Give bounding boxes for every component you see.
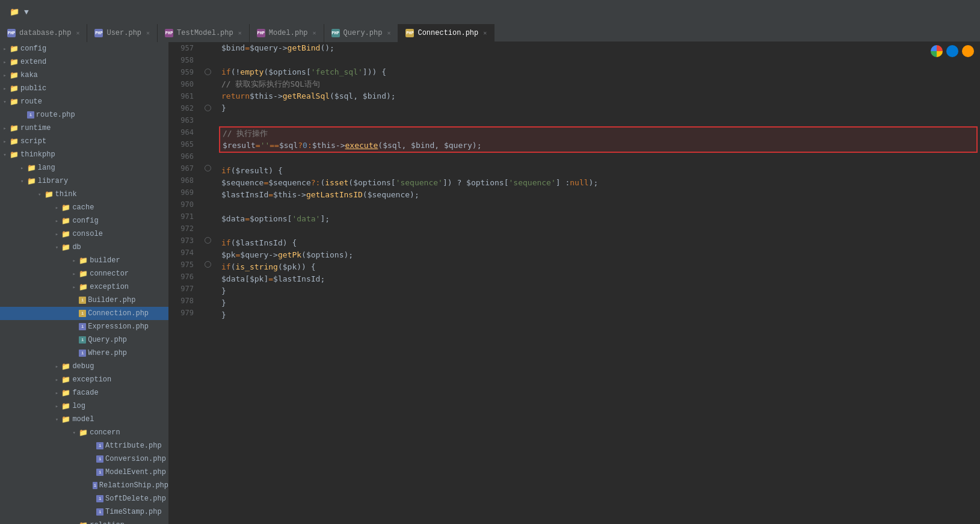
sidebar-file-softdelete-php[interactable]: iSoftDelete.php <box>0 492 168 505</box>
file-label: Connection.php <box>88 309 149 318</box>
file-spacer <box>69 310 79 316</box>
indent <box>0 375 52 384</box>
sidebar-file-connection-php[interactable]: iConnection.php <box>0 307 168 320</box>
sidebar-file-builder-php[interactable]: iBuilder.php <box>0 294 168 307</box>
code-line-961: return $this->getRealSql($sql, $bind); <box>221 90 975 102</box>
sidebar-folder-public[interactable]: ▸📁public <box>0 82 168 95</box>
sidebar-folder-kaka[interactable]: ▸📁kaka <box>0 69 168 82</box>
line-number-957: 957 <box>168 42 200 54</box>
line-number-974: 974 <box>168 247 200 259</box>
line-number-971: 971 <box>168 211 200 223</box>
sidebar-file-query-php[interactable]: iQuery.php <box>0 333 168 347</box>
folder-icon: 📁 <box>61 362 70 371</box>
project-menu[interactable]: 📁 ▼ <box>5 5 34 19</box>
sidebar-file-expression-php[interactable]: iExpression.php <box>0 320 168 333</box>
line-number-960: 960 <box>168 78 200 90</box>
sidebar-folder-relation[interactable]: ▸📁relation <box>0 519 168 524</box>
code-line-959: if (!empty($options['fetch_sql'])) { <box>221 66 975 78</box>
edge-icon[interactable] <box>946 45 958 57</box>
indent <box>0 164 17 172</box>
gutter-cell-958 <box>200 54 217 66</box>
sidebar-folder-db[interactable]: ▾📁db <box>0 241 168 254</box>
tab-query[interactable]: PHP Query.php ✕ <box>324 24 399 42</box>
tab-close-btn[interactable]: ✕ <box>238 29 242 37</box>
folder-icon: 📁 <box>27 177 36 186</box>
tab-close-btn[interactable]: ✕ <box>76 29 79 37</box>
sidebar-folder-model[interactable]: ▾📁model <box>0 413 168 426</box>
code-line-979: } <box>221 309 975 321</box>
file-spacer <box>87 496 96 502</box>
sidebar-folder-exception[interactable]: ▸📁exception <box>0 373 168 386</box>
sidebar-file-where-php[interactable]: iWhere.php <box>0 347 168 360</box>
sidebar-folder-exception[interactable]: ▸📁exception <box>0 280 168 294</box>
sidebar-file-relationship-php[interactable]: iRelationShip.php <box>0 479 168 492</box>
sidebar-folder-connector[interactable]: ▸📁connector <box>0 267 168 280</box>
file-spacer <box>69 297 79 303</box>
sidebar-folder-debug[interactable]: ▸📁debug <box>0 360 168 373</box>
code-line-957: $bind = $query->getBind(); <box>221 42 975 54</box>
sidebar-folder-runtime[interactable]: ▸📁runtime <box>0 122 168 135</box>
folder-arrow: ▾ <box>52 244 61 251</box>
tab-user[interactable]: PHP User.php ✕ <box>87 24 158 42</box>
tab-close-btn[interactable]: ✕ <box>387 29 390 37</box>
gutter-cell-972 <box>200 223 217 235</box>
file-label: Query.php <box>88 336 127 344</box>
sidebar-file-timestamp-php[interactable]: iTimeStamp.php <box>0 505 168 519</box>
tab-database[interactable]: PHP database.php ✕ <box>0 24 87 42</box>
gutter-cell-959 <box>200 66 217 78</box>
indent <box>0 508 87 516</box>
code-line-974: $pk = $query->getPk($options); <box>221 249 975 261</box>
sidebar-folder-route[interactable]: ▾📁route <box>0 95 168 108</box>
tab-label: TestModel.php <box>177 29 233 37</box>
tab-connection[interactable]: PHP Connection.php ✕ <box>398 24 495 42</box>
sidebar-folder-cache[interactable]: ▸📁cache <box>0 201 168 214</box>
sidebar-folder-facade[interactable]: ▸📁facade <box>0 386 168 399</box>
indent <box>0 190 35 199</box>
sidebar-folder-script[interactable]: ▸📁script <box>0 135 168 148</box>
sidebar-file-conversion-php[interactable]: iConversion.php <box>0 452 168 466</box>
code-line-969: $lastInsId = $this->getLastInsID($sequen… <box>221 189 975 201</box>
sidebar-folder-log[interactable]: ▸📁log <box>0 399 168 413</box>
line-numbers-panel: 9579589599609619629639649659669679689699… <box>168 42 200 524</box>
folder-icon: 📁 <box>10 71 19 80</box>
tab-model[interactable]: PHP Model.php ✕ <box>250 24 324 42</box>
sidebar-folder-think[interactable]: ▾📁think <box>0 188 168 201</box>
sidebar-folder-concern[interactable]: ▾📁concern <box>0 426 168 439</box>
sidebar-folder-builder[interactable]: ▸📁builder <box>0 254 168 267</box>
firefox-icon[interactable] <box>962 45 974 57</box>
sidebar-folder-library[interactable]: ▾📁library <box>0 174 168 188</box>
tab-close-btn[interactable]: ✕ <box>146 29 150 37</box>
chrome-icon[interactable] <box>931 45 943 57</box>
file-icon: i <box>79 297 86 304</box>
file-label: Expression.php <box>88 322 149 331</box>
sidebar-folder-thinkphp[interactable]: ▾📁thinkphp <box>0 148 168 161</box>
tab-file-icon: PHP <box>7 29 16 37</box>
sidebar-file-modelevent-php[interactable]: iModelEvent.php <box>0 466 168 479</box>
code-container: 9579589599609619629639649659669679689699… <box>168 42 980 524</box>
code-panel[interactable]: $bind = $query->getBind(); if (!empty($o… <box>217 42 980 524</box>
sidebar-file-route-php[interactable]: iroute.php <box>0 108 168 122</box>
sidebar-folder-config[interactable]: ▸📁config <box>0 214 168 227</box>
code-line-970 <box>221 201 975 213</box>
sidebar-folder-config[interactable]: ▸📁config <box>0 42 168 55</box>
file-label: TimeStamp.php <box>105 508 162 516</box>
line-number-970: 970 <box>168 199 200 211</box>
tab-close-btn[interactable]: ✕ <box>313 29 316 37</box>
folder-label: config <box>20 45 46 53</box>
indent <box>0 402 52 410</box>
sidebar-folder-extend[interactable]: ▸📁extend <box>0 55 168 69</box>
folder-label: extend <box>20 58 46 66</box>
indent <box>0 415 52 424</box>
indent <box>0 256 69 265</box>
sidebar-folder-lang[interactable]: ▸📁lang <box>0 161 168 174</box>
sidebar-folder-console[interactable]: ▸📁console <box>0 227 168 241</box>
file-label: ModelEvent.php <box>105 468 166 476</box>
gutter-cell-973 <box>200 235 217 247</box>
tab-close-btn[interactable]: ✕ <box>483 29 487 37</box>
folder-arrow: ▸ <box>0 138 10 145</box>
tab-testmodel[interactable]: PHP TestModel.php ✕ <box>158 24 250 42</box>
sidebar-file-attribute-php[interactable]: iAttribute.php <box>0 439 168 452</box>
editor-wrapper: 9579589599609619629639649659669679689699… <box>168 42 980 524</box>
file-spacer <box>69 350 79 356</box>
indent <box>0 283 69 291</box>
